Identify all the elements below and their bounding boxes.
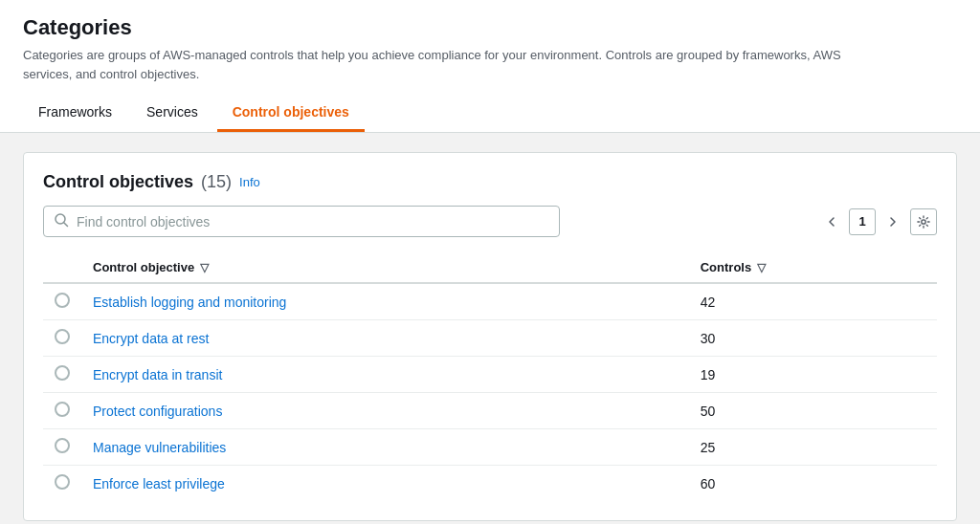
main-content: Control objectives (15) Info 1	[0, 133, 980, 524]
pagination: 1	[818, 208, 937, 235]
card-header: Control objectives (15) Info	[43, 172, 937, 192]
col-select	[43, 252, 81, 283]
row-radio-button[interactable]	[55, 365, 70, 381]
row-radio-cell	[43, 429, 81, 466]
row-controls: 30	[689, 320, 937, 357]
row-controls: 60	[689, 466, 937, 502]
objective-link[interactable]: Protect configurations	[93, 404, 222, 419]
row-controls: 50	[689, 393, 937, 429]
table-row: Encrypt data at rest 30	[43, 320, 937, 357]
row-objective: Manage vulnerabilities	[81, 429, 689, 466]
sort-controls-icon: ▽	[757, 261, 766, 274]
page-description: Categories are groups of AWS-managed con…	[23, 46, 884, 83]
objective-link[interactable]: Encrypt data in transit	[93, 367, 222, 382]
table-settings-button[interactable]	[910, 208, 937, 235]
objective-link[interactable]: Encrypt data at rest	[93, 331, 209, 346]
card-title: Control objectives	[43, 172, 193, 192]
objectives-table: Control objective ▽ Controls ▽	[43, 252, 937, 501]
page-title: Categories	[23, 15, 957, 40]
row-objective: Protect configurations	[81, 393, 689, 429]
row-radio-button[interactable]	[55, 293, 70, 308]
search-container: 1	[43, 206, 937, 237]
tab-services[interactable]: Services	[131, 97, 213, 132]
current-page: 1	[849, 208, 876, 235]
table-row: Protect configurations 50	[43, 393, 937, 429]
row-radio-button[interactable]	[55, 438, 70, 453]
tab-frameworks[interactable]: Frameworks	[23, 97, 127, 132]
info-link[interactable]: Info	[239, 175, 260, 189]
row-radio-button[interactable]	[55, 474, 70, 490]
row-radio-cell	[43, 320, 81, 357]
objective-link[interactable]: Manage vulnerabilities	[93, 440, 226, 455]
row-radio-button[interactable]	[55, 329, 70, 344]
search-icon	[54, 212, 69, 230]
card-count: (15)	[201, 172, 232, 192]
table-row: Manage vulnerabilities 25	[43, 429, 937, 466]
search-box	[43, 206, 560, 237]
table-row: Establish logging and monitoring 42	[43, 283, 937, 320]
row-radio-cell	[43, 393, 81, 429]
sort-objective-icon: ▽	[200, 261, 209, 274]
row-objective: Encrypt data at rest	[81, 320, 689, 357]
col-controls-header[interactable]: Controls ▽	[689, 252, 937, 283]
row-objective: Encrypt data in transit	[81, 357, 689, 393]
row-radio-cell	[43, 283, 81, 320]
row-radio-cell	[43, 357, 81, 393]
row-controls: 42	[689, 283, 937, 320]
row-objective: Enforce least privilege	[81, 466, 689, 502]
col-objective-header[interactable]: Control objective ▽	[81, 252, 689, 283]
row-controls: 25	[689, 429, 937, 466]
objective-link[interactable]: Enforce least privilege	[93, 476, 225, 491]
tab-bar: Frameworks Services Control objectives	[23, 97, 957, 132]
row-controls: 19	[689, 357, 937, 393]
row-radio-cell	[43, 466, 81, 502]
search-input[interactable]	[77, 214, 549, 229]
svg-point-2	[922, 219, 925, 223]
table-row: Encrypt data in transit 19	[43, 357, 937, 393]
row-objective: Establish logging and monitoring	[81, 283, 689, 320]
next-page-button[interactable]	[880, 208, 906, 235]
objective-link[interactable]: Establish logging and monitoring	[93, 295, 286, 310]
row-radio-button[interactable]	[55, 402, 70, 417]
prev-page-button[interactable]	[818, 208, 845, 235]
svg-line-1	[64, 223, 68, 227]
table-row: Enforce least privilege 60	[43, 466, 937, 502]
tab-control-objectives[interactable]: Control objectives	[217, 97, 365, 132]
page-header: Categories Categories are groups of AWS-…	[0, 0, 980, 133]
control-objectives-card: Control objectives (15) Info 1	[23, 152, 957, 521]
